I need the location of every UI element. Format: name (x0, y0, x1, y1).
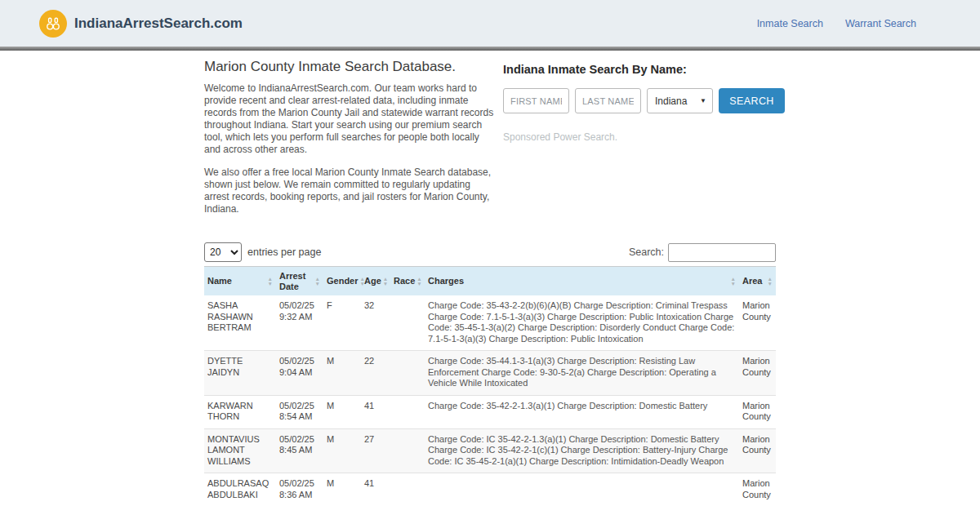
column-label: Age (364, 276, 381, 286)
cell-gender: M (323, 428, 361, 473)
entries-per-page-label: entries per page (247, 246, 321, 258)
column-header-date[interactable]: Arrest Date▲▼ (276, 267, 323, 296)
cell-area: Marion County (739, 473, 776, 506)
name-search-panel: Indiana Inmate Search By Name: Indiana ▼… (503, 55, 785, 226)
cell-date: 05/02/259:32 AM (276, 295, 323, 351)
cell-area: Marion County (739, 351, 776, 396)
column-header-age[interactable]: Age▲▼ (361, 267, 390, 296)
handcuffs-logo-icon (39, 10, 67, 38)
sort-arrows-icon[interactable]: ▲▼ (731, 277, 736, 286)
column-header-gender[interactable]: Gender▲▼ (323, 267, 361, 296)
search-form: Indiana ▼ SEARCH (503, 88, 785, 113)
table-row: KARWARN THORN05/02/258:54 AMM41Charge Co… (204, 395, 776, 428)
table-row: DYETTE JAIDYN05/02/259:04 AMM22Charge Co… (204, 351, 776, 396)
brand[interactable]: IndianaArrestSearch.com (39, 10, 243, 38)
state-select[interactable]: Indiana (647, 88, 713, 113)
column-label: Arrest Date (279, 271, 314, 291)
sort-arrows-icon[interactable]: ▲▼ (315, 277, 320, 286)
cell-gender: M (323, 473, 361, 506)
page-size-select[interactable]: 20 (204, 242, 242, 262)
table-controls: 20 entries per page Search: (204, 242, 776, 262)
last-name-input[interactable] (575, 88, 641, 113)
cell-age: 41 (361, 473, 390, 506)
sort-arrows-icon[interactable]: ▲▼ (416, 277, 421, 286)
column-label: Charges (428, 276, 464, 286)
column-label: Gender (327, 276, 359, 286)
nav-link-warrant-search[interactable]: Warrant Search (845, 18, 916, 29)
sort-arrows-icon[interactable]: ▲▼ (268, 277, 273, 286)
cell-date: 05/02/258:36 AM (276, 473, 323, 506)
cell-charges: Charge Code: 35-42-2-1.3(a)(1) Charge De… (425, 395, 739, 428)
table-row: ABDULRASAQ ABDULBAKI05/02/258:36 AMM41Ma… (204, 473, 776, 506)
intro-paragraph-1: Welcome to IndianaArrestSearch.com. Our … (204, 82, 495, 156)
cell-name: SASHA RASHAWN BERTRAM (204, 295, 276, 351)
table-body: SASHA RASHAWN BERTRAM05/02/259:32 AMF32C… (204, 295, 776, 506)
cell-date: 05/02/259:04 AM (276, 351, 323, 396)
cell-charges (425, 473, 739, 506)
cell-race (390, 428, 425, 473)
top-nav: Inmate Search Warrant Search (757, 18, 916, 29)
cell-date: 05/02/258:45 AM (276, 428, 323, 473)
cell-name: DYETTE JAIDYN (204, 351, 276, 396)
column-header-area[interactable]: Area▲▼ (739, 267, 776, 296)
cell-race (390, 351, 425, 396)
cell-age: 32 (361, 295, 390, 351)
intro-text-column: Marion County Inmate Search Database. We… (204, 55, 495, 226)
table-row: MONTAVIUS LAMONT WILLIAMS05/02/258:45 AM… (204, 428, 776, 473)
table-search-label: Search: (629, 246, 664, 258)
site-title: IndianaArrestSearch.com (74, 16, 243, 32)
cell-charges: Charge Code: 35-44.1-3-1(a)(3) Charge De… (425, 351, 739, 396)
cell-area: Marion County (739, 395, 776, 428)
cell-gender: M (323, 351, 361, 396)
column-header-name[interactable]: Name▲▼ (204, 267, 276, 296)
sort-arrows-icon[interactable]: ▲▼ (768, 277, 773, 286)
cell-area: Marion County (739, 428, 776, 473)
search-button[interactable]: SEARCH (719, 88, 785, 113)
cell-name: ABDULRASAQ ABDULBAKI (204, 473, 276, 506)
cell-age: 22 (361, 351, 390, 396)
sponsored-text: Sponsored Power Search. (503, 131, 785, 143)
search-panel-heading: Indiana Inmate Search By Name: (503, 63, 785, 76)
cell-name: KARWARN THORN (204, 395, 276, 428)
cell-race (390, 395, 425, 428)
entries-per-page: 20 entries per page (204, 242, 321, 262)
cell-age: 27 (361, 428, 390, 473)
column-header-race[interactable]: Race▲▼ (390, 267, 425, 296)
column-header-charges[interactable]: Charges▲▼ (425, 267, 739, 296)
cell-race (390, 473, 425, 506)
table-row: SASHA RASHAWN BERTRAM05/02/259:32 AMF32C… (204, 295, 776, 351)
table-search-box: Search: (629, 243, 776, 262)
table-search-input[interactable] (668, 243, 776, 262)
site-header: IndianaArrestSearch.com Inmate Search Wa… (0, 0, 980, 47)
state-select-wrap: Indiana ▼ (647, 88, 713, 113)
column-label: Name (207, 276, 232, 286)
intro-paragraph-2: We also offer a free local Marion County… (204, 166, 495, 215)
cell-race (390, 295, 425, 351)
column-label: Area (742, 276, 762, 286)
inmate-table-head: Name▲▼Arrest Date▲▼Gender▲▼Age▲▼Race▲▼Ch… (204, 267, 776, 296)
inmate-table: Name▲▼Arrest Date▲▼Gender▲▼Age▲▼Race▲▼Ch… (204, 266, 776, 506)
cell-area: Marion County (739, 295, 776, 351)
cell-age: 41 (361, 395, 390, 428)
column-label: Race (394, 276, 415, 286)
main-content: Marion County Inmate Search Database. We… (204, 51, 776, 506)
sort-arrows-icon[interactable]: ▲▼ (383, 277, 388, 286)
nav-link-inmate-search[interactable]: Inmate Search (757, 18, 823, 29)
cell-gender: M (323, 395, 361, 428)
table-header-row: Name▲▼Arrest Date▲▼Gender▲▼Age▲▼Race▲▼Ch… (204, 267, 776, 296)
page-title: Marion County Inmate Search Database. (204, 59, 495, 75)
cell-gender: F (323, 295, 361, 351)
cell-charges: Charge Code: IC 35-42-2-1.3(a)(1) Charge… (425, 428, 739, 473)
cell-name: MONTAVIUS LAMONT WILLIAMS (204, 428, 276, 473)
cell-date: 05/02/258:54 AM (276, 395, 323, 428)
intro-section: Marion County Inmate Search Database. We… (204, 55, 776, 226)
first-name-input[interactable] (503, 88, 569, 113)
cell-charges: Charge Code: 35-43-2-2(b)(6)(A)(B) Charg… (425, 295, 739, 351)
